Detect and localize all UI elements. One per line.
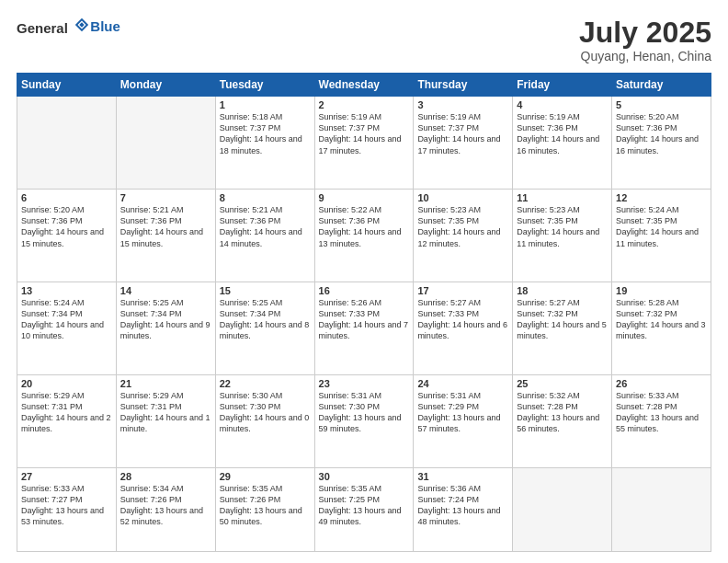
day-info: Sunrise: 5:20 AM Sunset: 7:36 PM Dayligh… (21, 204, 112, 249)
day-info: Sunrise: 5:19 AM Sunset: 7:37 PM Dayligh… (417, 111, 508, 156)
calendar-cell: 1Sunrise: 5:18 AM Sunset: 7:37 PM Daylig… (215, 97, 314, 190)
day-info: Sunrise: 5:26 AM Sunset: 7:33 PM Dayligh… (319, 297, 410, 342)
calendar-cell: 5Sunrise: 5:20 AM Sunset: 7:36 PM Daylig… (612, 97, 711, 190)
day-number: 20 (21, 378, 112, 389)
logo: General Blue (17, 17, 120, 37)
day-info: Sunrise: 5:36 AM Sunset: 7:24 PM Dayligh… (417, 483, 508, 528)
location: Quyang, Henan, China (579, 49, 711, 63)
day-info: Sunrise: 5:34 AM Sunset: 7:26 PM Dayligh… (120, 483, 211, 528)
calendar-cell: 28Sunrise: 5:34 AM Sunset: 7:26 PM Dayli… (116, 467, 215, 551)
calendar-cell: 8Sunrise: 5:21 AM Sunset: 7:36 PM Daylig… (215, 190, 314, 282)
day-info: Sunrise: 5:21 AM Sunset: 7:36 PM Dayligh… (120, 204, 211, 249)
day-number: 4 (517, 99, 608, 110)
day-info: Sunrise: 5:31 AM Sunset: 7:30 PM Dayligh… (319, 390, 410, 435)
header: General Blue July 2025 Quyang, Henan, Ch… (17, 17, 711, 63)
day-info: Sunrise: 5:32 AM Sunset: 7:28 PM Dayligh… (517, 390, 608, 435)
day-info: Sunrise: 5:18 AM Sunset: 7:37 PM Dayligh… (220, 111, 311, 156)
day-info: Sunrise: 5:21 AM Sunset: 7:36 PM Dayligh… (220, 204, 311, 249)
calendar-cell: 2Sunrise: 5:19 AM Sunset: 7:37 PM Daylig… (314, 97, 414, 190)
day-number: 10 (417, 192, 508, 203)
day-info: Sunrise: 5:30 AM Sunset: 7:30 PM Dayligh… (220, 390, 311, 435)
calendar-cell (612, 467, 711, 551)
day-info: Sunrise: 5:25 AM Sunset: 7:34 PM Dayligh… (120, 297, 211, 342)
calendar-cell: 10Sunrise: 5:23 AM Sunset: 7:35 PM Dayli… (414, 190, 513, 282)
calendar-cell (513, 467, 612, 551)
title-block: July 2025 Quyang, Henan, China (579, 17, 711, 63)
day-number: 27 (21, 471, 112, 482)
day-info: Sunrise: 5:20 AM Sunset: 7:36 PM Dayligh… (616, 111, 707, 156)
calendar-cell: 20Sunrise: 5:29 AM Sunset: 7:31 PM Dayli… (17, 374, 117, 467)
day-number: 3 (417, 99, 508, 110)
day-info: Sunrise: 5:27 AM Sunset: 7:33 PM Dayligh… (417, 297, 508, 342)
day-number: 30 (319, 471, 410, 482)
calendar-cell: 9Sunrise: 5:22 AM Sunset: 7:36 PM Daylig… (314, 190, 414, 282)
calendar-cell: 31Sunrise: 5:36 AM Sunset: 7:24 PM Dayli… (414, 467, 513, 551)
calendar-cell: 27Sunrise: 5:33 AM Sunset: 7:27 PM Dayli… (17, 467, 117, 551)
calendar-cell: 24Sunrise: 5:31 AM Sunset: 7:29 PM Dayli… (414, 374, 513, 467)
calendar-header-monday: Monday (116, 74, 215, 97)
day-number: 13 (21, 285, 112, 296)
logo-blue-text: Blue (90, 18, 120, 34)
day-number: 26 (616, 378, 707, 389)
calendar-cell: 4Sunrise: 5:19 AM Sunset: 7:36 PM Daylig… (513, 97, 612, 190)
day-number: 18 (517, 285, 608, 296)
calendar-cell: 15Sunrise: 5:25 AM Sunset: 7:34 PM Dayli… (215, 282, 314, 375)
week-row-4: 20Sunrise: 5:29 AM Sunset: 7:31 PM Dayli… (17, 374, 711, 467)
day-number: 21 (120, 378, 211, 389)
calendar-cell: 26Sunrise: 5:33 AM Sunset: 7:28 PM Dayli… (612, 374, 711, 467)
day-info: Sunrise: 5:23 AM Sunset: 7:35 PM Dayligh… (417, 204, 508, 249)
calendar-cell: 13Sunrise: 5:24 AM Sunset: 7:34 PM Dayli… (17, 282, 117, 375)
calendar-cell: 14Sunrise: 5:25 AM Sunset: 7:34 PM Dayli… (116, 282, 215, 375)
day-number: 25 (517, 378, 608, 389)
day-info: Sunrise: 5:22 AM Sunset: 7:36 PM Dayligh… (319, 204, 410, 249)
day-number: 15 (220, 285, 311, 296)
day-info: Sunrise: 5:28 AM Sunset: 7:32 PM Dayligh… (616, 297, 707, 342)
calendar-cell: 19Sunrise: 5:28 AM Sunset: 7:32 PM Dayli… (612, 282, 711, 375)
day-number: 17 (417, 285, 508, 296)
calendar-header-saturday: Saturday (612, 74, 711, 97)
day-number: 11 (517, 192, 608, 203)
calendar-cell: 29Sunrise: 5:35 AM Sunset: 7:26 PM Dayli… (215, 467, 314, 551)
day-number: 9 (319, 192, 410, 203)
day-info: Sunrise: 5:35 AM Sunset: 7:25 PM Dayligh… (319, 483, 410, 528)
logo-general-text: General (17, 20, 68, 36)
day-info: Sunrise: 5:25 AM Sunset: 7:34 PM Dayligh… (220, 297, 311, 342)
day-number: 19 (616, 285, 707, 296)
day-number: 6 (21, 192, 112, 203)
day-info: Sunrise: 5:23 AM Sunset: 7:35 PM Dayligh… (517, 204, 608, 249)
calendar-cell: 6Sunrise: 5:20 AM Sunset: 7:36 PM Daylig… (17, 190, 117, 282)
day-info: Sunrise: 5:19 AM Sunset: 7:36 PM Dayligh… (517, 111, 608, 156)
day-number: 29 (220, 471, 311, 482)
day-number: 22 (220, 378, 311, 389)
day-number: 16 (319, 285, 410, 296)
day-info: Sunrise: 5:33 AM Sunset: 7:28 PM Dayligh… (616, 390, 707, 435)
day-number: 14 (120, 285, 211, 296)
calendar-header-tuesday: Tuesday (215, 74, 314, 97)
day-number: 12 (616, 192, 707, 203)
calendar-cell: 30Sunrise: 5:35 AM Sunset: 7:25 PM Dayli… (314, 467, 414, 551)
calendar-cell: 11Sunrise: 5:23 AM Sunset: 7:35 PM Dayli… (513, 190, 612, 282)
calendar-cell: 16Sunrise: 5:26 AM Sunset: 7:33 PM Dayli… (314, 282, 414, 375)
calendar-cell (17, 97, 117, 190)
calendar-cell: 18Sunrise: 5:27 AM Sunset: 7:32 PM Dayli… (513, 282, 612, 375)
day-info: Sunrise: 5:29 AM Sunset: 7:31 PM Dayligh… (120, 390, 211, 435)
day-number: 8 (220, 192, 311, 203)
day-info: Sunrise: 5:33 AM Sunset: 7:27 PM Dayligh… (21, 483, 112, 528)
day-number: 28 (120, 471, 211, 482)
calendar-cell: 3Sunrise: 5:19 AM Sunset: 7:37 PM Daylig… (414, 97, 513, 190)
day-number: 7 (120, 192, 211, 203)
calendar-cell: 21Sunrise: 5:29 AM Sunset: 7:31 PM Dayli… (116, 374, 215, 467)
calendar-cell: 22Sunrise: 5:30 AM Sunset: 7:30 PM Dayli… (215, 374, 314, 467)
day-number: 5 (616, 99, 707, 110)
day-info: Sunrise: 5:24 AM Sunset: 7:35 PM Dayligh… (616, 204, 707, 249)
day-number: 2 (319, 99, 410, 110)
calendar-header-sunday: Sunday (17, 74, 117, 97)
calendar-cell: 17Sunrise: 5:27 AM Sunset: 7:33 PM Dayli… (414, 282, 513, 375)
calendar-cell (116, 97, 215, 190)
week-row-1: 1Sunrise: 5:18 AM Sunset: 7:37 PM Daylig… (17, 97, 711, 190)
calendar-cell: 7Sunrise: 5:21 AM Sunset: 7:36 PM Daylig… (116, 190, 215, 282)
day-info: Sunrise: 5:31 AM Sunset: 7:29 PM Dayligh… (417, 390, 508, 435)
day-info: Sunrise: 5:35 AM Sunset: 7:26 PM Dayligh… (220, 483, 311, 528)
calendar-cell: 25Sunrise: 5:32 AM Sunset: 7:28 PM Dayli… (513, 374, 612, 467)
calendar-header-row: SundayMondayTuesdayWednesdayThursdayFrid… (17, 74, 711, 97)
